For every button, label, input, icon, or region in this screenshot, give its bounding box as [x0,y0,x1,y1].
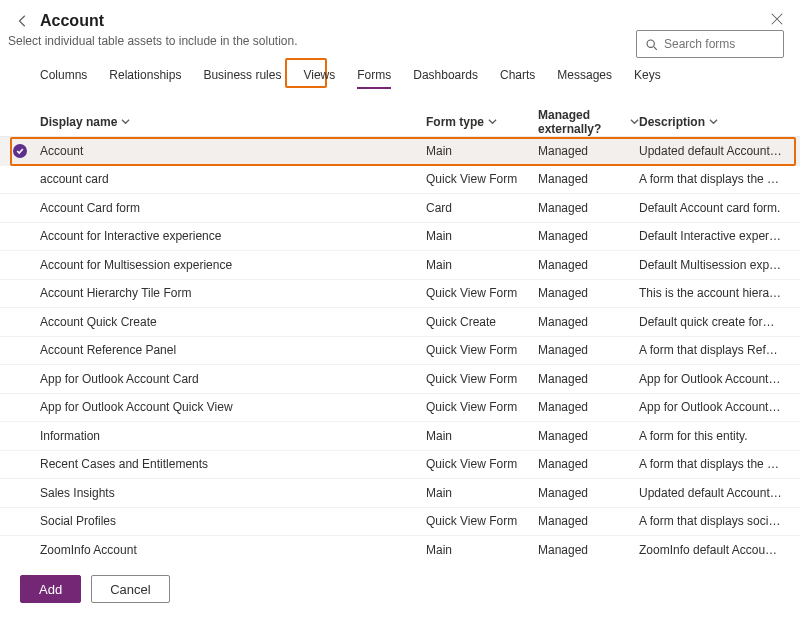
add-button[interactable]: Add [20,575,81,603]
cell-description: ZoomInfo default Account form. [639,543,790,557]
cell-description: Default Account card form. [639,201,790,215]
cell-managed: Managed [538,172,639,186]
cell-form-type: Quick View Form [426,400,538,414]
cell-managed: Managed [538,343,639,357]
cell-managed: Managed [538,429,639,443]
cell-managed: Managed [538,201,639,215]
column-header-managed-externally[interactable]: Managed externally? [538,108,639,136]
svg-point-0 [647,40,654,47]
cell-form-type: Main [426,144,538,158]
table-row[interactable]: App for Outlook Account CardQuick View F… [0,365,800,394]
cell-display-name: Sales Insights [40,486,426,500]
search-icon [645,38,658,51]
table-row[interactable]: Account for Multisession experienceMainM… [0,251,800,280]
page-title: Account [40,12,104,30]
cell-managed: Managed [538,229,639,243]
table-row[interactable]: Recent Cases and EntitlementsQuick View … [0,451,800,480]
cell-description: This is the account hierarchy definition… [639,286,790,300]
cell-form-type: Quick View Form [426,172,538,186]
search-input-container[interactable] [636,30,784,58]
cell-description: A form that displays the account card. [639,172,790,186]
cell-form-type: Quick View Form [426,343,538,357]
tab-columns[interactable]: Columns [40,62,87,92]
table-row[interactable]: Account Card formCardManagedDefault Acco… [0,194,800,223]
forms-table: Display name Form type Managed externall… [0,107,800,565]
table-row[interactable]: InformationMainManagedA form for this en… [0,422,800,451]
cell-display-name: App for Outlook Account Card [40,372,426,386]
back-arrow-icon[interactable] [16,14,30,28]
tab-messages[interactable]: Messages [557,62,612,92]
cell-form-type: Quick View Form [426,457,538,471]
cell-managed: Managed [538,400,639,414]
cell-description: A form for this entity. [639,429,790,443]
cancel-button[interactable]: Cancel [91,575,169,603]
cell-description: App for Outlook Account Card [639,372,790,386]
table-header-row: Display name Form type Managed externall… [0,107,800,137]
cell-managed: Managed [538,372,639,386]
search-input[interactable] [664,37,775,51]
cell-display-name: Social Profiles [40,514,426,528]
chevron-down-icon [121,115,130,129]
table-row[interactable]: AccountMainManagedUpdated default Accoun… [0,137,800,166]
cell-managed: Managed [538,486,639,500]
cell-display-name: ZoomInfo Account [40,543,426,557]
cell-description: A form that displays the recent cases an [639,457,790,471]
cell-managed: Managed [538,258,639,272]
table-row[interactable]: Social ProfilesQuick View FormManagedA f… [0,508,800,537]
tab-relationships[interactable]: Relationships [109,62,181,92]
table-row[interactable]: account cardQuick View FormManagedA form… [0,166,800,195]
cell-form-type: Quick View Form [426,514,538,528]
cell-display-name: Account Reference Panel [40,343,426,357]
table-row[interactable]: Account Hierarchy Tile FormQuick View Fo… [0,280,800,309]
cell-description: A form that displays social profiles of … [639,514,790,528]
cell-form-type: Main [426,229,538,243]
cell-description: A form that displays Reference Panel of [639,343,790,357]
chevron-down-icon [488,115,497,129]
tab-views[interactable]: Views [303,62,335,92]
chevron-down-icon [709,115,718,129]
cell-description: App for Outlook Account Quick View [639,400,790,414]
cell-display-name: App for Outlook Account Quick View [40,400,426,414]
cell-form-type: Main [426,429,538,443]
cell-display-name: Account Hierarchy Tile Form [40,286,426,300]
tab-charts[interactable]: Charts [500,62,535,92]
table-row[interactable]: Account for Interactive experienceMainMa… [0,223,800,252]
tabs-bar: ColumnsRelationshipsBusiness rulesViewsF… [0,56,800,93]
cell-description: Updated default Account form. [639,144,790,158]
column-header-form-type[interactable]: Form type [426,115,538,129]
column-header-description[interactable]: Description [639,115,790,129]
cell-form-type: Main [426,486,538,500]
cell-form-type: Main [426,258,538,272]
table-row[interactable]: Account Reference PanelQuick View FormMa… [0,337,800,366]
table-row[interactable]: Account Quick CreateQuick CreateManagedD… [0,308,800,337]
footer-bar: Add Cancel [0,561,800,617]
column-header-display-name[interactable]: Display name [40,115,426,129]
table-row[interactable]: App for Outlook Account Quick ViewQuick … [0,394,800,423]
cell-display-name: Account for Multisession experience [40,258,426,272]
cell-description: Updated default Account form. [639,486,790,500]
checkmark-icon [13,144,27,158]
cell-display-name: Account [40,144,426,158]
cell-form-type: Main [426,543,538,557]
cell-display-name: Account for Interactive experience [40,229,426,243]
table-row[interactable]: Sales InsightsMainManagedUpdated default… [0,479,800,508]
cell-managed: Managed [538,315,639,329]
cell-display-name: Account Card form [40,201,426,215]
cell-form-type: Quick View Form [426,372,538,386]
cell-description: Default Multisession experience Accoun [639,258,790,272]
cell-display-name: Account Quick Create [40,315,426,329]
tab-keys[interactable]: Keys [634,62,661,92]
cell-description: Default quick create form for Account [639,315,790,329]
cell-form-type: Card [426,201,538,215]
cell-display-name: Information [40,429,426,443]
cell-description: Default Interactive experience Account [639,229,790,243]
tab-forms[interactable]: Forms [357,62,391,92]
cell-managed: Managed [538,286,639,300]
cell-display-name: account card [40,172,426,186]
tab-business-rules[interactable]: Business rules [203,62,281,92]
tab-dashboards[interactable]: Dashboards [413,62,478,92]
chevron-down-icon [630,115,639,129]
cell-form-type: Quick View Form [426,286,538,300]
close-icon[interactable] [770,12,784,26]
cell-managed: Managed [538,543,639,557]
